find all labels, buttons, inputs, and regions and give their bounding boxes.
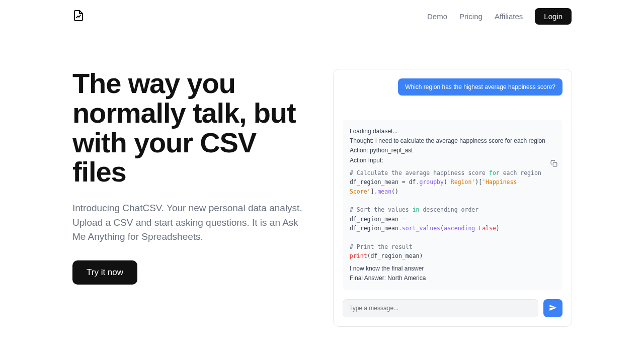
hero-section: The way you normally talk, but with your… [0, 25, 644, 327]
code-block: # Calculate the average happiness score … [350, 168, 555, 261]
hero-headline: The way you normally talk, but with your… [72, 69, 309, 187]
svg-rect-0 [553, 162, 557, 166]
hero-illustration: Which region has the highest average hap… [333, 69, 572, 327]
send-button[interactable] [543, 299, 562, 317]
nav-demo[interactable]: Demo [427, 12, 447, 21]
send-icon [549, 304, 557, 313]
nav-pricing[interactable]: Pricing [459, 12, 482, 21]
hero-subhead: Introducing ChatCSV. Your new personal d… [72, 201, 309, 244]
chat-preview-card: Which region has the highest average hap… [333, 69, 572, 327]
action-text: Action: python_repl_ast [350, 146, 555, 155]
logo-icon[interactable] [72, 10, 85, 24]
user-message-bubble: Which region has the highest average hap… [398, 78, 562, 96]
final-answer-text: Final Answer: North America [350, 274, 555, 283]
try-it-now-button[interactable]: Try it now [72, 260, 137, 285]
chat-input-row [343, 299, 562, 317]
message-input[interactable] [343, 299, 538, 317]
nav-affiliates[interactable]: Affiliates [495, 12, 523, 21]
hero-copy: The way you normally talk, but with your… [72, 69, 309, 327]
thought-text: Thought: I need to calculate the average… [350, 136, 555, 146]
know-answer-text: I now know the final answer [350, 264, 555, 274]
loading-text: Loading dataset... [350, 127, 555, 136]
top-nav: Demo Pricing Affiliates Login [0, 0, 644, 25]
nav-links: Demo Pricing Affiliates Login [427, 8, 572, 25]
assistant-response: Loading dataset... Thought: I need to ca… [343, 120, 562, 290]
action-input-text: Action Input: [350, 156, 555, 165]
login-button[interactable]: Login [535, 8, 572, 25]
